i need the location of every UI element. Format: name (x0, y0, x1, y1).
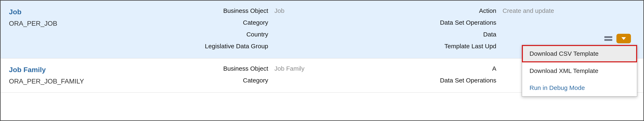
action-label: A (416, 63, 502, 74)
object-name-link[interactable]: Job (9, 8, 166, 16)
business-object-label: Business Object (166, 63, 274, 74)
category-label: Category (166, 16, 274, 28)
category-label: Category (166, 74, 274, 86)
list-view-icon[interactable] (604, 36, 612, 41)
object-name-link[interactable]: Job Family (9, 66, 166, 74)
row-actions-menu: Download CSV Template Download XML Templ… (522, 45, 637, 97)
object-code-text: ORA_PER_JOB (9, 20, 166, 27)
category-value (274, 74, 416, 86)
country-label: Country (166, 28, 274, 40)
dso-value (502, 16, 635, 28)
category-value (274, 16, 416, 28)
country-value (274, 28, 416, 40)
ldg-label: Legislative Data Group (166, 40, 274, 52)
menu-item-download-csv[interactable]: Download CSV Template (522, 45, 637, 62)
template-last-updated-label: Template Last Upd (416, 40, 502, 52)
business-object-value: Job Family (274, 63, 416, 74)
action-value: Create and update (502, 5, 635, 16)
business-object-label: Business Object (166, 5, 274, 16)
data-loader-grid: Job ORA_PER_JOB Business Object Job Cate… (0, 0, 644, 121)
menu-item-run-debug[interactable]: Run in Debug Mode (522, 79, 637, 96)
ldg-value (274, 40, 416, 52)
data-label: Data (416, 28, 502, 40)
row-actions-dropdown-button[interactable] (616, 34, 631, 43)
dso-label: Data Set Operations (416, 16, 502, 28)
business-object-value: Job (274, 5, 416, 16)
action-label: Action (416, 5, 502, 16)
object-code-text: ORA_PER_JOB_FAMILY (9, 78, 166, 85)
menu-item-download-xml[interactable]: Download XML Template (522, 62, 637, 79)
dso-label: Data Set Operations (416, 74, 502, 86)
chevron-down-icon (621, 37, 626, 40)
